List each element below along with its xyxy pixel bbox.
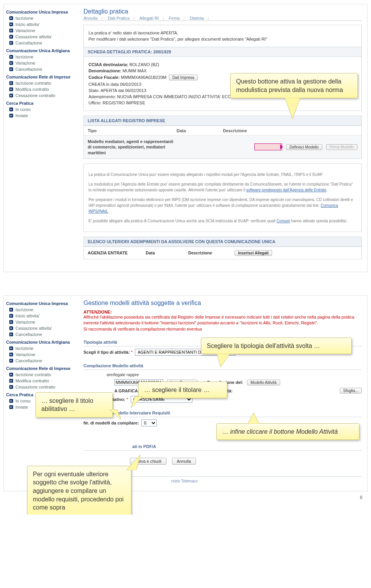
tab-annulla[interactable]: Annulla	[83, 16, 98, 20]
bullet-icon	[9, 55, 13, 59]
bullet-icon	[9, 326, 13, 330]
main-content: Dettaglio pratica Annulla| Dati Pratica|…	[78, 4, 367, 272]
sidebar-item[interactable]: Inizio attivita'	[6, 313, 76, 319]
bullet-icon	[9, 107, 13, 111]
section-pdfa: xati in PDF/A	[83, 442, 362, 451]
bullet-icon	[9, 29, 13, 32]
callout-definisci: Questo bottone attiva la gestione della …	[230, 73, 358, 98]
sidebar-group-title: Comunicazione Unica Artigiana	[6, 48, 76, 53]
slide-1: Comunicazione Unica Impresa Iscrizione I…	[3, 4, 368, 272]
bullet-icon	[9, 353, 13, 356]
sidebar-item[interactable]: Iscrizione contratto	[6, 80, 76, 86]
tab-allegati-ri[interactable]: Allegati RI	[140, 16, 159, 20]
callout-tipologia: Scegliere la tipologia dell'attività svo…	[201, 337, 352, 355]
sidebar-item[interactable]: Cancellazione	[6, 66, 76, 72]
callout-pointer-icon	[131, 396, 143, 408]
bullet-icon	[9, 308, 13, 312]
sidebar-item[interactable]: Cancellazione	[6, 331, 76, 337]
callout-pointer-icon	[285, 98, 300, 119]
sidebar-item[interactable]: Variazione	[6, 351, 76, 358]
warning-title: ATTENZIONE:	[83, 310, 362, 314]
sidebar-item[interactable]: Iscrizione	[6, 307, 76, 313]
bullet-icon	[9, 320, 13, 324]
tab-dati-pratica[interactable]: Dati Pratica	[108, 16, 130, 20]
sidebar-item[interactable]: Iscrizione	[6, 54, 76, 60]
annulla-button[interactable]: Annulla	[172, 458, 196, 465]
bullet-icon	[9, 16, 13, 20]
sidebar-item[interactable]: Cancellazione	[6, 40, 76, 46]
bullet-icon	[9, 41, 13, 45]
sidebar-group-title: Comunicazione Unica Artigiana	[6, 340, 76, 344]
form-row-titolare: are/legale rappre	[83, 372, 362, 377]
inserisci-allegati-button[interactable]: Inserisci Allegati	[235, 250, 272, 256]
tab-distinta[interactable]: Distinta	[190, 16, 204, 20]
tab-firma[interactable]: Firma	[169, 16, 180, 20]
bullet-icon	[9, 94, 13, 97]
sfoglia-button[interactable]: Sfoglia...	[340, 388, 362, 394]
sidebar-item[interactable]: Variazione	[6, 319, 76, 325]
modello-attivita-button[interactable]: Modello Attività	[247, 380, 280, 385]
sidebar-item[interactable]: Iscrizione	[6, 15, 76, 21]
svg-marker-2	[131, 396, 143, 408]
sidebar-item[interactable]: Variazione	[6, 27, 76, 34]
sidebar-item[interactable]: Cessazione contratto	[6, 384, 76, 390]
page-title: Dettaglio pratica	[83, 8, 362, 15]
svg-marker-0	[285, 98, 300, 119]
dati-impresa-button[interactable]: Dati Impresa	[169, 75, 198, 80]
svg-marker-4	[248, 413, 259, 424]
intro-text: Per modificare i dati selezionare "Dati …	[88, 37, 357, 41]
arrow-icon	[254, 143, 282, 150]
panel-allegati: LISTA ALLEGATI REGISTRO IMPRESE Tipo Dat…	[83, 116, 362, 159]
sidebar-group-title: Comunicazione Rete di Imprese	[6, 366, 76, 371]
bullet-icon	[9, 61, 13, 65]
agenzia-row: AGENZIA ENTRATE Data Descrizione Inseris…	[84, 247, 361, 259]
bullet-icon	[9, 35, 13, 39]
bullet-icon	[9, 373, 13, 377]
callout-titolare: … scegliere il titolare …	[138, 382, 227, 399]
sidebar-group-title: Comunicazione Unica Impresa	[6, 10, 76, 14]
section-intercalare: Compilazione Modello Intercalare Requisi…	[83, 408, 362, 417]
callout-pointer-icon	[217, 354, 230, 367]
svg-marker-3	[109, 409, 121, 419]
callout-titolo: … scegliere il titolo abilitativo …	[36, 392, 113, 418]
lista-header: LISTA ALLEGATI REGISTRO IMPRESE	[84, 116, 361, 126]
scheda-header: SCHEDA DETTAGLIO PRATICA: 206I1928	[84, 47, 361, 57]
bullet-icon	[9, 346, 13, 350]
sidebar: Comunicazione Unica Impresa Iscrizione I…	[4, 4, 78, 272]
sidebar-item[interactable]: Inizio attivita'	[6, 21, 76, 27]
sidebar-item[interactable]: In corso	[6, 106, 76, 112]
link-comuni[interactable]: Comuni	[277, 219, 290, 223]
sidebar-item[interactable]: Modifica contratto	[6, 86, 76, 92]
page-number: 6	[360, 495, 362, 500]
callout-modello: … infine cliccare il bottone Modello Att…	[216, 423, 359, 440]
bullet-icon	[9, 314, 13, 318]
sidebar-group-title: Comunicazione Rete di Imprese	[6, 75, 76, 79]
bullet-icon	[9, 399, 13, 403]
callout-pointer-icon	[126, 455, 140, 470]
bullet-icon	[9, 405, 13, 409]
form-row-buttons: Salva e chiudi Annulla	[83, 458, 362, 465]
slide-2: Comunicazione Unica Impresa Iscrizione I…	[3, 295, 368, 491]
firma-modello-button: Firma Modello	[326, 144, 357, 150]
link-agenzia-entrate[interactable]: software predisposto dall'Agenzia delle …	[246, 188, 327, 192]
sidebar-item[interactable]: Cancellazione	[6, 358, 76, 364]
nr-modelli-select[interactable]: 0	[141, 419, 157, 426]
sidebar-item[interactable]: Inviate	[6, 112, 76, 119]
sidebar-item[interactable]: Cessazione contratto	[6, 92, 76, 99]
svg-marker-5	[126, 455, 140, 470]
tab-bar: Annulla| Dati Pratica| Allegati RI| Firm…	[83, 16, 362, 21]
bullet-icon	[9, 22, 13, 26]
table-row: Modello mediatori, agenti e rappresentan…	[84, 135, 361, 159]
svg-marker-1	[217, 354, 230, 367]
sidebar-item[interactable]: Cessazione attivita'	[6, 325, 76, 331]
elenco-header: ELENCO ULTERIORI ADEMPIMENTI DA ASSOLVER…	[84, 237, 361, 247]
bullet-icon	[9, 114, 13, 118]
sidebar-item[interactable]: Iscrizione contratto	[6, 372, 76, 378]
definisci-modello-button[interactable]: Definisci Modello	[286, 144, 322, 150]
sidebar-item[interactable]: Iscrizione	[6, 345, 76, 351]
bullet-icon	[9, 359, 13, 363]
sidebar-item[interactable]: Modifica contratto	[6, 378, 76, 384]
intro-text: La pratica e' nello stato di lavorazione…	[88, 31, 357, 35]
sidebar-item[interactable]: Cessazione attivita'	[6, 34, 76, 40]
sidebar-item[interactable]: Variazione	[6, 60, 76, 66]
